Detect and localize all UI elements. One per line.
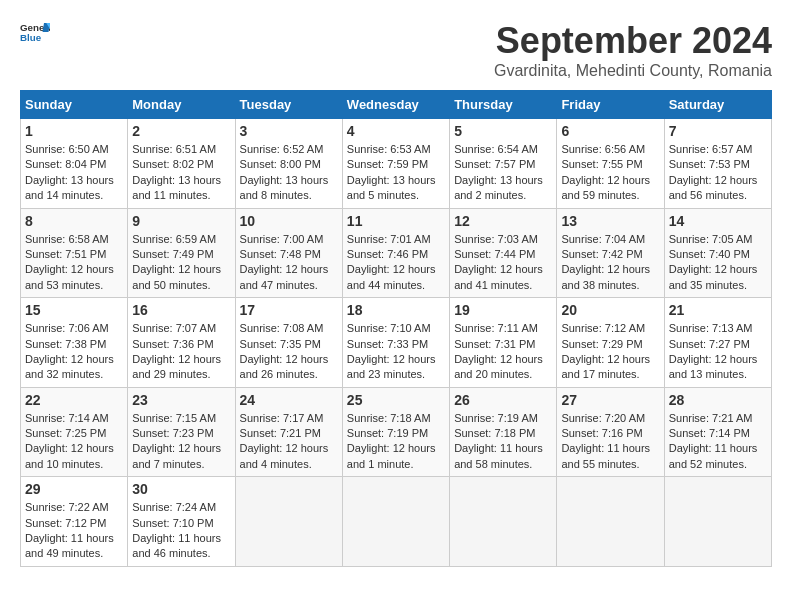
day-number: 26	[454, 392, 552, 408]
day-info: Sunrise: 6:54 AMSunset: 7:57 PMDaylight:…	[454, 142, 552, 204]
day-number: 14	[669, 213, 767, 229]
day-info: Sunrise: 7:07 AMSunset: 7:36 PMDaylight:…	[132, 321, 230, 383]
day-info: Sunrise: 7:08 AMSunset: 7:35 PMDaylight:…	[240, 321, 338, 383]
calendar-cell: 4Sunrise: 6:53 AMSunset: 7:59 PMDaylight…	[342, 119, 449, 209]
day-number: 1	[25, 123, 123, 139]
calendar-cell	[450, 477, 557, 567]
calendar-cell	[664, 477, 771, 567]
calendar-cell: 26Sunrise: 7:19 AMSunset: 7:18 PMDayligh…	[450, 387, 557, 477]
day-info: Sunrise: 7:11 AMSunset: 7:31 PMDaylight:…	[454, 321, 552, 383]
day-info: Sunrise: 6:50 AMSunset: 8:04 PMDaylight:…	[25, 142, 123, 204]
calendar-cell: 2Sunrise: 6:51 AMSunset: 8:02 PMDaylight…	[128, 119, 235, 209]
calendar: SundayMondayTuesdayWednesdayThursdayFrid…	[20, 90, 772, 567]
weekday-header-row: SundayMondayTuesdayWednesdayThursdayFrid…	[21, 91, 772, 119]
day-info: Sunrise: 7:00 AMSunset: 7:48 PMDaylight:…	[240, 232, 338, 294]
day-number: 15	[25, 302, 123, 318]
calendar-cell: 6Sunrise: 6:56 AMSunset: 7:55 PMDaylight…	[557, 119, 664, 209]
day-number: 8	[25, 213, 123, 229]
day-info: Sunrise: 7:01 AMSunset: 7:46 PMDaylight:…	[347, 232, 445, 294]
calendar-cell: 3Sunrise: 6:52 AMSunset: 8:00 PMDaylight…	[235, 119, 342, 209]
day-info: Sunrise: 7:03 AMSunset: 7:44 PMDaylight:…	[454, 232, 552, 294]
day-info: Sunrise: 7:04 AMSunset: 7:42 PMDaylight:…	[561, 232, 659, 294]
logo-icon: General Blue	[20, 20, 50, 44]
day-info: Sunrise: 6:58 AMSunset: 7:51 PMDaylight:…	[25, 232, 123, 294]
calendar-cell: 19Sunrise: 7:11 AMSunset: 7:31 PMDayligh…	[450, 298, 557, 388]
week-row-3: 15Sunrise: 7:06 AMSunset: 7:38 PMDayligh…	[21, 298, 772, 388]
calendar-cell	[557, 477, 664, 567]
calendar-cell: 15Sunrise: 7:06 AMSunset: 7:38 PMDayligh…	[21, 298, 128, 388]
day-number: 24	[240, 392, 338, 408]
logo: General Blue	[20, 20, 50, 44]
day-number: 16	[132, 302, 230, 318]
day-info: Sunrise: 7:15 AMSunset: 7:23 PMDaylight:…	[132, 411, 230, 473]
weekday-header-saturday: Saturday	[664, 91, 771, 119]
day-info: Sunrise: 6:51 AMSunset: 8:02 PMDaylight:…	[132, 142, 230, 204]
day-number: 13	[561, 213, 659, 229]
day-number: 27	[561, 392, 659, 408]
day-number: 12	[454, 213, 552, 229]
weekday-header-friday: Friday	[557, 91, 664, 119]
day-number: 21	[669, 302, 767, 318]
day-info: Sunrise: 6:52 AMSunset: 8:00 PMDaylight:…	[240, 142, 338, 204]
weekday-header-tuesday: Tuesday	[235, 91, 342, 119]
calendar-cell	[342, 477, 449, 567]
calendar-cell: 20Sunrise: 7:12 AMSunset: 7:29 PMDayligh…	[557, 298, 664, 388]
day-info: Sunrise: 7:12 AMSunset: 7:29 PMDaylight:…	[561, 321, 659, 383]
calendar-cell: 11Sunrise: 7:01 AMSunset: 7:46 PMDayligh…	[342, 208, 449, 298]
calendar-cell: 13Sunrise: 7:04 AMSunset: 7:42 PMDayligh…	[557, 208, 664, 298]
day-number: 4	[347, 123, 445, 139]
day-number: 6	[561, 123, 659, 139]
weekday-header-thursday: Thursday	[450, 91, 557, 119]
day-number: 23	[132, 392, 230, 408]
day-number: 3	[240, 123, 338, 139]
calendar-cell: 17Sunrise: 7:08 AMSunset: 7:35 PMDayligh…	[235, 298, 342, 388]
calendar-cell: 1Sunrise: 6:50 AMSunset: 8:04 PMDaylight…	[21, 119, 128, 209]
day-number: 30	[132, 481, 230, 497]
week-row-4: 22Sunrise: 7:14 AMSunset: 7:25 PMDayligh…	[21, 387, 772, 477]
header: General Blue September 2024 Gvardinita, …	[20, 20, 772, 80]
week-row-5: 29Sunrise: 7:22 AMSunset: 7:12 PMDayligh…	[21, 477, 772, 567]
day-info: Sunrise: 7:22 AMSunset: 7:12 PMDaylight:…	[25, 500, 123, 562]
calendar-cell: 27Sunrise: 7:20 AMSunset: 7:16 PMDayligh…	[557, 387, 664, 477]
day-info: Sunrise: 7:14 AMSunset: 7:25 PMDaylight:…	[25, 411, 123, 473]
day-number: 25	[347, 392, 445, 408]
calendar-cell: 10Sunrise: 7:00 AMSunset: 7:48 PMDayligh…	[235, 208, 342, 298]
day-info: Sunrise: 7:18 AMSunset: 7:19 PMDaylight:…	[347, 411, 445, 473]
day-info: Sunrise: 6:57 AMSunset: 7:53 PMDaylight:…	[669, 142, 767, 204]
weekday-header-monday: Monday	[128, 91, 235, 119]
day-number: 11	[347, 213, 445, 229]
day-info: Sunrise: 7:13 AMSunset: 7:27 PMDaylight:…	[669, 321, 767, 383]
day-info: Sunrise: 7:20 AMSunset: 7:16 PMDaylight:…	[561, 411, 659, 473]
calendar-cell: 24Sunrise: 7:17 AMSunset: 7:21 PMDayligh…	[235, 387, 342, 477]
day-info: Sunrise: 6:53 AMSunset: 7:59 PMDaylight:…	[347, 142, 445, 204]
day-number: 18	[347, 302, 445, 318]
month-title: September 2024	[494, 20, 772, 62]
weekday-header-wednesday: Wednesday	[342, 91, 449, 119]
calendar-cell: 14Sunrise: 7:05 AMSunset: 7:40 PMDayligh…	[664, 208, 771, 298]
calendar-cell: 29Sunrise: 7:22 AMSunset: 7:12 PMDayligh…	[21, 477, 128, 567]
calendar-cell: 22Sunrise: 7:14 AMSunset: 7:25 PMDayligh…	[21, 387, 128, 477]
day-info: Sunrise: 7:19 AMSunset: 7:18 PMDaylight:…	[454, 411, 552, 473]
calendar-cell	[235, 477, 342, 567]
calendar-cell: 18Sunrise: 7:10 AMSunset: 7:33 PMDayligh…	[342, 298, 449, 388]
calendar-cell: 16Sunrise: 7:07 AMSunset: 7:36 PMDayligh…	[128, 298, 235, 388]
day-number: 29	[25, 481, 123, 497]
day-number: 20	[561, 302, 659, 318]
day-number: 7	[669, 123, 767, 139]
day-number: 5	[454, 123, 552, 139]
day-info: Sunrise: 7:10 AMSunset: 7:33 PMDaylight:…	[347, 321, 445, 383]
day-number: 28	[669, 392, 767, 408]
weekday-header-sunday: Sunday	[21, 91, 128, 119]
day-number: 17	[240, 302, 338, 318]
day-info: Sunrise: 7:24 AMSunset: 7:10 PMDaylight:…	[132, 500, 230, 562]
svg-text:Blue: Blue	[20, 32, 42, 43]
calendar-cell: 9Sunrise: 6:59 AMSunset: 7:49 PMDaylight…	[128, 208, 235, 298]
day-info: Sunrise: 7:21 AMSunset: 7:14 PMDaylight:…	[669, 411, 767, 473]
day-info: Sunrise: 7:06 AMSunset: 7:38 PMDaylight:…	[25, 321, 123, 383]
day-info: Sunrise: 6:59 AMSunset: 7:49 PMDaylight:…	[132, 232, 230, 294]
calendar-cell: 30Sunrise: 7:24 AMSunset: 7:10 PMDayligh…	[128, 477, 235, 567]
day-info: Sunrise: 7:05 AMSunset: 7:40 PMDaylight:…	[669, 232, 767, 294]
day-info: Sunrise: 6:56 AMSunset: 7:55 PMDaylight:…	[561, 142, 659, 204]
week-row-1: 1Sunrise: 6:50 AMSunset: 8:04 PMDaylight…	[21, 119, 772, 209]
day-number: 2	[132, 123, 230, 139]
